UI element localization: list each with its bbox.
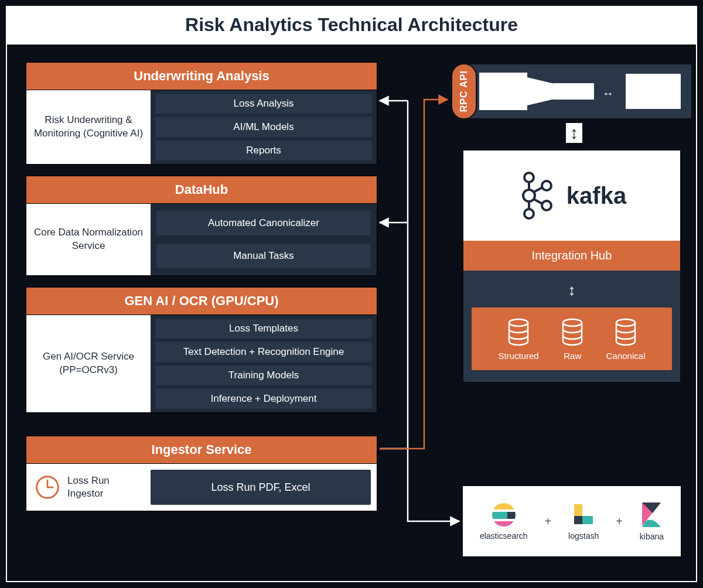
svg-rect-18 [491,512,507,519]
svg-point-5 [524,209,534,218]
module-header: Ingestor Service [26,436,377,464]
elk-label: logstash [568,531,599,541]
svg-point-4 [523,190,535,201]
db-canonical: Canonical [606,318,646,361]
page-title-bar: Risk Analytics Technical Architecture [6,6,697,43]
kibana-icon [640,501,663,528]
svg-rect-16 [491,502,517,510]
list-item: Inference + Deployment [155,389,372,409]
rpc-api-pill: RPC API [451,63,477,119]
svg-rect-19 [507,512,517,519]
module-header: GEN AI / OCR (GPU/CPU) [26,288,377,315]
kibana: kibana [640,501,664,541]
list-item: Loss Analysis [155,94,372,114]
kafka-label: kafka [567,183,626,209]
list-item: Text Detection + Recognition Engine [155,342,372,362]
list-item: Reports [155,141,372,160]
module-ingestor: Ingestor Service Loss Run Ingestor Loss … [26,436,377,511]
bidirectional-arrow-icon: ↕ [566,123,582,143]
bidirectional-arrow-icon: ↕ [568,281,576,299]
module-datahub: DataHub Core Data Normalization Service … [26,176,377,276]
database-icon [506,318,531,346]
database-row: Structured Raw [472,307,672,370]
ingestor-right-label: Loss Run PDF, Excel [151,470,371,505]
db-label: Structured [499,351,539,361]
list-item: Manual Tasks [156,244,371,268]
elk-label: kibana [640,532,664,541]
ingestor-left: Loss Run Ingestor [26,464,151,511]
pipe-segment [553,83,594,100]
rpc-api-label: RPC API [459,70,469,112]
svg-rect-17 [491,510,517,512]
logstash-icon [571,502,596,528]
list-item: Loss Templates [155,319,372,339]
pipe-endpoint [626,74,681,109]
svg-point-14 [616,319,635,326]
module-underwriting: Underwriting Analysis Risk Underwriting … [26,62,377,165]
svg-rect-21 [491,521,517,528]
svg-point-12 [509,319,528,326]
database-icon [559,318,585,346]
kafka-icon [517,170,556,221]
list-item: Training Models [155,365,372,385]
integration-hub-card: kafka Integration Hub ↕ Structured [463,150,681,382]
list-item: Automated Canonicalizer [156,211,371,235]
plus-separator: + [545,515,552,528]
db-raw: Raw [559,318,585,361]
clock-icon [35,474,60,500]
module-left-label: Gen AI/OCR Service (PP=OCRv3) [26,315,151,412]
svg-point-13 [563,319,582,326]
page-title: Risk Analytics Technical Architecture [185,14,518,36]
svg-line-11 [534,199,542,204]
pipe-segment [479,73,527,110]
db-label: Raw [564,351,581,361]
elasticsearch-icon [491,502,517,528]
svg-point-6 [542,181,551,190]
elk-card: elasticsearch + logstash + kibana [463,486,681,556]
plus-separator: + [616,515,623,528]
svg-point-7 [542,201,551,210]
module-header: DataHub [26,176,377,204]
svg-line-10 [534,187,542,192]
integration-hub-label: Integration Hub [463,241,680,271]
elk-label: elasticsearch [480,531,528,541]
module-genai: GEN AI / OCR (GPU/CPU) Gen AI/OCR Servic… [26,287,377,413]
db-label: Canonical [606,351,646,361]
module-left-label: Risk Underwriting & Monitoring (Cognitiv… [26,90,151,164]
kafka-area: kafka [463,151,680,241]
svg-point-3 [524,173,534,182]
bidirectional-arrow-icon: ↔ [602,87,614,100]
elasticsearch: elasticsearch [480,502,528,541]
ingestor-left-label: Loss Run Ingestor [67,474,142,500]
svg-rect-23 [574,516,582,524]
db-structured: Structured [499,318,539,361]
module-left-label: Core Data Normalization Service [26,204,151,275]
database-icon [613,318,639,346]
module-header: Underwriting Analysis [26,63,377,90]
svg-rect-20 [491,519,517,521]
list-item: AI/ML Models [155,117,372,137]
logstash: logstash [568,502,599,541]
